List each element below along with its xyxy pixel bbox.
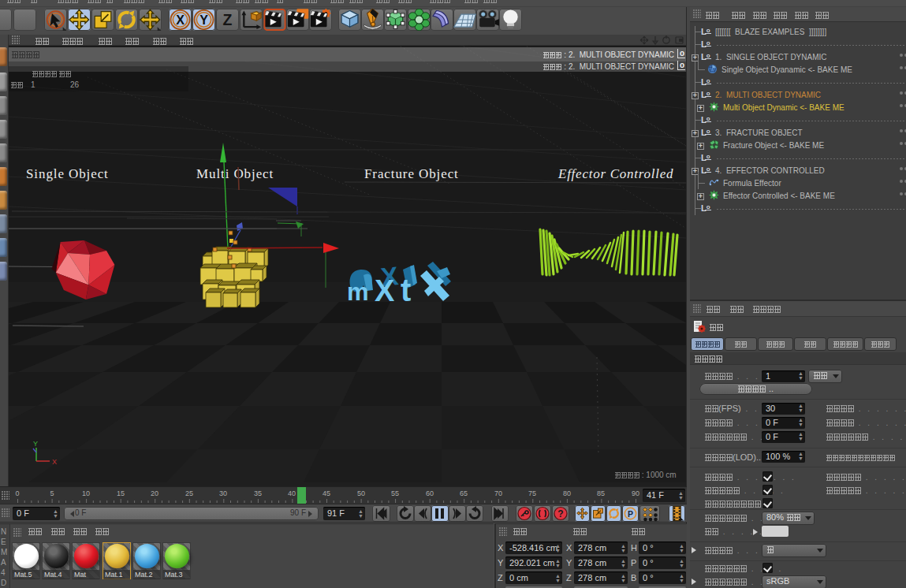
- svg-text:P: P: [628, 509, 633, 519]
- svg-text:X: X: [176, 13, 185, 27]
- svg-text:m: m: [347, 278, 369, 306]
- svg-text:t: t: [401, 273, 411, 307]
- svg-text:X: X: [375, 274, 395, 307]
- svg-text:Z: Z: [223, 11, 233, 28]
- svg-text:X: X: [52, 458, 57, 466]
- svg-text:Y: Y: [33, 440, 38, 448]
- svg-text:Y: Y: [199, 13, 208, 27]
- svg-text:?: ?: [557, 508, 563, 519]
